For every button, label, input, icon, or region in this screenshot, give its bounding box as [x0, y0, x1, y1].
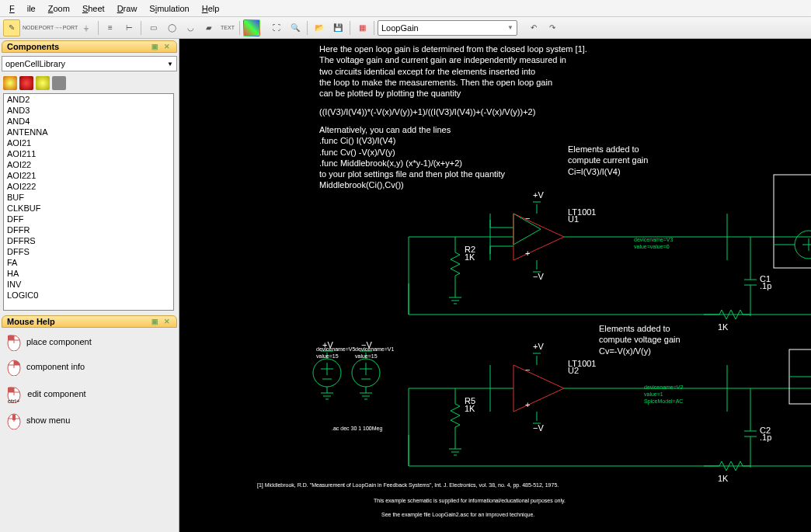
mh-right: component info — [26, 362, 85, 371]
list-item[interactable]: HA — [4, 268, 173, 279]
filter-icon-4[interactable] — [52, 76, 66, 90]
list-item[interactable]: INV — [4, 279, 173, 290]
list-item[interactable]: DFF — [4, 214, 173, 224]
menu-draw[interactable]: Draw — [111, 4, 144, 13]
combo-value: LoopGain — [381, 23, 419, 33]
list-item[interactable]: ANTENNA — [4, 127, 173, 137]
tool-palette[interactable] — [243, 19, 260, 37]
tool-cursor[interactable]: ✎ — [3, 19, 20, 37]
list-item[interactable]: FA — [4, 257, 173, 268]
tool-bus[interactable]: ≡ — [102, 19, 119, 37]
el2-text: Elements added to compute voltage gain C… — [599, 323, 680, 356]
svg-text:1K: 1K — [465, 252, 475, 262]
tool-redo[interactable]: ↷ — [544, 19, 561, 37]
list-item[interactable]: DFFRS — [4, 235, 173, 246]
list-item[interactable]: LOGIC0 — [4, 290, 173, 301]
sidebar: Components ▣ ✕ openCellLibrary ▼ AND2AND… — [0, 39, 179, 532]
list-item[interactable]: AND4 — [4, 116, 173, 127]
dev-g: devicename=V3 value=value=0 — [634, 236, 673, 250]
svg-text:+V: +V — [533, 190, 544, 200]
library-combo[interactable]: openCellLibrary ▼ — [2, 56, 177, 71]
tool-poly[interactable]: ▰ — [200, 19, 218, 37]
chevron-down-icon: ▼ — [167, 61, 173, 68]
tool-zoom[interactable]: 🔍 — [287, 19, 304, 37]
foot2: See the example file LoopGain2.asc for a… — [381, 511, 534, 518]
tool-rect[interactable]: ▭ — [144, 19, 162, 37]
design-combo[interactable]: LoopGain ▼ — [378, 20, 517, 36]
list-item[interactable]: AOI21 — [4, 137, 173, 148]
svg-text:1K: 1K — [465, 404, 475, 413]
menu-sheet[interactable]: Sheet — [76, 4, 111, 13]
schematic-canvas[interactable]: Here the open loop gain is determined fr… — [179, 39, 811, 532]
list-item[interactable]: BUF — [4, 192, 173, 203]
mh-wheel: show menu — [26, 416, 70, 425]
el1-text: Elements added to compute current gain C… — [568, 144, 648, 177]
intro-text: Here the open loop gain is determined fr… — [319, 43, 587, 191]
panel-collapse-icon[interactable]: ▣ ✕ — [151, 318, 172, 325]
list-item[interactable]: DFFR — [4, 224, 173, 235]
filter-icon-2[interactable] — [19, 76, 33, 90]
dev-v5: devicename=V5 value=15 — [316, 346, 355, 360]
mouse-right-icon — [6, 357, 22, 376]
reference: [1] Middlebrook, R.D. "Measurement of Lo… — [257, 482, 559, 489]
svg-text:.1p: .1p — [760, 433, 771, 442]
tool-gnd[interactable]: ⏚ — [78, 19, 95, 37]
dev-vx: devicename=V2 value=1 SpiceModel=AC — [644, 384, 683, 405]
list-item[interactable]: AOI222 — [4, 181, 173, 192]
component-list[interactable]: AND2AND3AND4ANTENNAAOI21AOI211AOI22AOI22… — [3, 93, 174, 311]
tool-port1[interactable]: PORT→ — [40, 19, 57, 37]
foot1: This example schematic is supplied for i… — [374, 497, 566, 504]
ac-directive: .ac dec 30 1 100Meg — [332, 425, 382, 432]
tool-save[interactable]: 💾 — [329, 19, 346, 37]
tool-hier[interactable]: ▦ — [353, 19, 371, 37]
menu-help[interactable]: Help — [196, 4, 226, 13]
list-item[interactable]: AOI211 — [4, 148, 173, 159]
svg-text:U1: U1 — [568, 214, 579, 224]
list-item[interactable]: DFFS — [4, 246, 173, 257]
svg-text:+V: +V — [533, 342, 544, 351]
svg-text:−: − — [525, 214, 530, 223]
filter-icon-1[interactable] — [3, 76, 17, 90]
component-filter-icons — [3, 75, 176, 92]
svg-rect-4 — [12, 415, 16, 420]
tool-oval[interactable]: ◯ — [163, 19, 180, 37]
list-item[interactable]: AOI221 — [4, 170, 173, 181]
list-item[interactable]: AND2 — [4, 94, 173, 105]
mousehelp-panel-title[interactable]: Mouse Help ▣ ✕ — [2, 315, 177, 328]
filter-icon-3[interactable] — [36, 76, 50, 90]
menu-zoom[interactable]: Zoom — [42, 4, 76, 13]
menu-simulation[interactable]: Simulation — [143, 4, 195, 13]
chevron-down-icon: ▼ — [507, 24, 513, 31]
tool-text[interactable]: TEXT — [219, 19, 236, 37]
svg-text:−: − — [525, 365, 530, 374]
svg-text:−V: −V — [533, 423, 544, 433]
components-panel-title[interactable]: Components ▣ ✕ — [2, 40, 177, 53]
mouse-wheel-icon — [6, 411, 22, 429]
tool-open[interactable]: 📂 — [311, 19, 328, 37]
mh-ctrl: edit component — [27, 389, 85, 398]
tool-undo[interactable]: ↶ — [525, 19, 542, 37]
tool-tap[interactable]: ⊢ — [120, 19, 137, 37]
list-item[interactable]: AND3 — [4, 105, 173, 116]
svg-text:U2: U2 — [568, 366, 579, 375]
dev-v1: devicename=V1 value=15 — [355, 346, 394, 360]
svg-text:.1p: .1p — [760, 281, 771, 290]
tool-port2[interactable]: →PORT — [59, 19, 76, 37]
svg-rect-16 — [774, 175, 811, 268]
list-item[interactable]: CLKBUF — [4, 203, 173, 214]
svg-text:+: + — [525, 249, 530, 258]
tool-node[interactable]: NODE — [22, 19, 39, 37]
svg-text:−V: −V — [533, 272, 544, 281]
svg-text:+: + — [525, 400, 530, 409]
toolbar: ✎ NODE PORT→ →PORT ⏚ ≡ ⊢ ▭ ◯ ◡ ▰ TEXT ⛶ … — [0, 17, 811, 39]
mh-left: place component — [26, 337, 92, 346]
tool-arc[interactable]: ◡ — [182, 19, 199, 37]
svg-text:1K: 1K — [718, 322, 729, 332]
panel-collapse-icon[interactable]: ▣ ✕ — [151, 43, 172, 50]
mouse-help-panel: place component component info ctrl+edit… — [2, 329, 177, 532]
menubar: File Zoom Sheet Draw Simulation Help — [0, 0, 811, 17]
svg-text:1K: 1K — [718, 474, 729, 483]
tool-zoomfit[interactable]: ⛶ — [268, 19, 285, 37]
list-item[interactable]: AOI22 — [4, 159, 173, 170]
menu-file[interactable]: File — [3, 4, 42, 13]
